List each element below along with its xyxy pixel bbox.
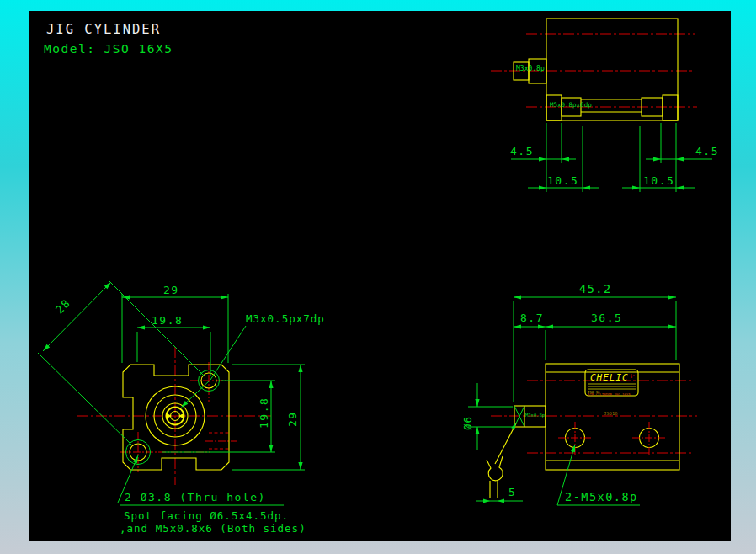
model-stamp: JSO16 (604, 411, 618, 416)
dim-line (468, 383, 513, 450)
dim-total-width: 45.2 (579, 282, 612, 296)
rod-stub (490, 481, 498, 498)
dim-pitch-right: 19.8 (258, 397, 270, 429)
dim-left-pitch: 10.5 (547, 174, 578, 187)
port-thread-label: M3x0.8p (516, 65, 545, 72)
dim-line (137, 328, 210, 376)
dim-right-pitch: 10.5 (643, 174, 674, 187)
foot-right (663, 95, 678, 120)
nameplate-line2: AIR CYLINDER JSO 16X5 (588, 392, 631, 397)
drawing-title: JIG CYLINDER (46, 22, 161, 37)
dim-left-offset: 4.5 (510, 145, 534, 157)
thru-hole-note: 2-Ø3.8 (Thru-hole) (125, 491, 266, 503)
slot-thread-label: M5x0.8px6dp (550, 101, 592, 109)
rod-thread-label: M3x0.5px7dp (246, 312, 325, 325)
port-thread-label: M3x0.8p (525, 413, 545, 418)
dim-right-offset: 4.5 (695, 145, 719, 157)
brand-logo: CHELIC (590, 372, 629, 383)
nameplate-rules (588, 384, 636, 389)
dim-width-top: 29 (163, 284, 179, 296)
cad-drawing: JIG CYLINDER Model: JSO 16X5 M3x0.8p M5x… (0, 0, 756, 554)
dim-height-right: 29 (286, 411, 299, 427)
dim-body-width: 36.5 (591, 312, 622, 324)
top-view: M3x0.8p M5x0.8px6dp 4.5 4.5 10.5 10.5 (491, 19, 719, 192)
leader-line (182, 326, 246, 407)
wrench-leader (495, 423, 516, 464)
dim-diagonal: 28 (53, 296, 73, 317)
dim-wrench-flat: 5 (508, 486, 516, 498)
spot-facing-note: Spot facing Ø6.5x4.5dp. (124, 509, 289, 522)
dim-head-width: 8.7 (520, 312, 544, 324)
drawing-model: Model: JSO 16X5 (44, 42, 173, 56)
side-view: M3x0.8p CHELIC JSO 16 AIR CYLINDER JSO 1… (461, 282, 697, 505)
thread-note: ,and M5x0.8x6 (Both sides) (120, 522, 306, 535)
dim-rod-dia: Ø6 (461, 416, 474, 430)
dim-pitch-top: 19.8 (152, 314, 183, 327)
wrench-symbol (487, 456, 503, 481)
ports-note: 2-M5x0.8p (565, 490, 638, 503)
front-view: 29 19.8 28 19.8 29 M3x0.5px7dp 2-Ø3.8 (T… (38, 280, 325, 535)
